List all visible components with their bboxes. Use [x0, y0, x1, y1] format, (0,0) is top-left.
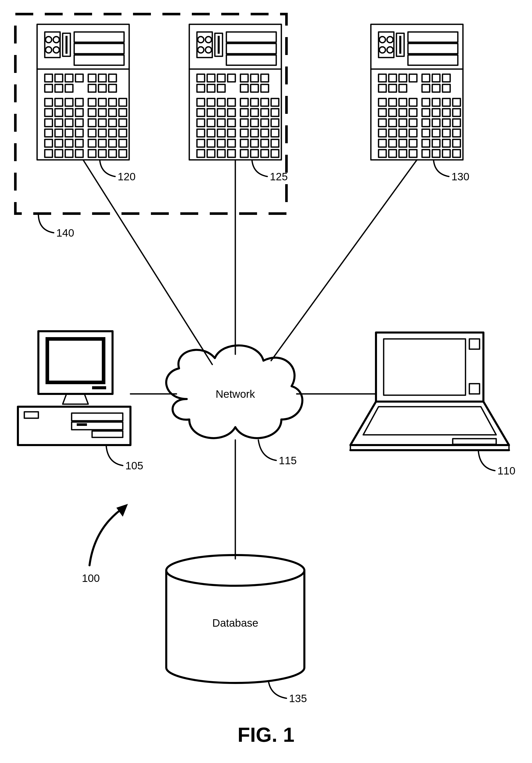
- svg-marker-76: [63, 394, 88, 404]
- ref-server2: 125: [270, 170, 288, 183]
- database-label: Database: [212, 617, 258, 629]
- svg-rect-74: [47, 339, 104, 382]
- svg-rect-82: [77, 423, 87, 426]
- leader-105: [106, 445, 123, 466]
- ref-server1: 120: [118, 170, 136, 183]
- ref-server3: 130: [452, 170, 469, 183]
- leader-140: [38, 214, 54, 233]
- ref-servergroup: 140: [56, 227, 74, 239]
- system-arrow: [89, 504, 128, 565]
- svg-rect-86: [469, 384, 479, 394]
- ref-database: 135: [289, 693, 307, 705]
- svg-rect-75: [92, 386, 106, 389]
- ref-network: 115: [279, 455, 297, 467]
- svg-rect-79: [72, 413, 123, 421]
- figure-label: FIG. 1: [238, 723, 294, 746]
- leader-125: [252, 160, 267, 176]
- server-2: [189, 24, 281, 160]
- desktop-pc: [18, 331, 131, 445]
- svg-rect-85: [469, 339, 479, 349]
- link-server1-network: [83, 160, 212, 365]
- svg-rect-90: [453, 439, 496, 444]
- laptop: [351, 333, 509, 450]
- ref-desktop: 105: [125, 460, 143, 472]
- link-server3-network: [271, 160, 417, 361]
- server-3: [371, 24, 463, 160]
- ref-laptop: 110: [497, 465, 515, 477]
- server-1: [37, 24, 129, 160]
- svg-point-91: [166, 555, 304, 586]
- leader-115: [258, 440, 276, 460]
- svg-marker-92: [116, 504, 128, 517]
- network-label: Network: [216, 388, 255, 400]
- ref-system: 100: [82, 572, 100, 584]
- svg-rect-84: [384, 339, 466, 395]
- leader-120: [100, 160, 115, 176]
- leader-130: [434, 160, 449, 176]
- svg-rect-83: [376, 333, 483, 401]
- leader-110: [478, 450, 495, 471]
- svg-rect-78: [24, 412, 38, 418]
- svg-rect-81: [92, 431, 123, 437]
- leader-135: [268, 682, 286, 698]
